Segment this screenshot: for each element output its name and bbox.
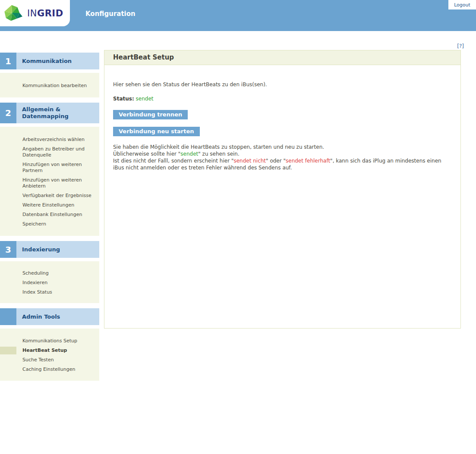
- top-header: INGRID Konfiguration Logout: [0, 0, 476, 31]
- section-links-indexierung: Scheduling Indexieren Index Status: [0, 261, 99, 303]
- intro-text: Hier sehen sie den Status der HeartBeats…: [113, 81, 452, 88]
- sidebar-item-weitere-anbieter[interactable]: Hinzufügen von weiteren Anbietern: [0, 177, 99, 189]
- restart-button[interactable]: Verbindung neu starten: [113, 127, 200, 136]
- heartbeat-panel: HeartBeat Setup Hier sehen sie den Statu…: [104, 50, 461, 329]
- help-link[interactable]: [?]: [457, 43, 464, 49]
- help-row: [?]: [0, 31, 476, 50]
- sidebar-item-kommunikation-bearbeiten[interactable]: Kommunikation bearbeiten: [0, 83, 99, 89]
- section-title-admin-tools: Admin Tools: [16, 308, 99, 325]
- sidebar-item-verfuegbarkeit[interactable]: Verfügbarkeit der Ergebnisse: [0, 193, 99, 199]
- sidebar-section-allgemein[interactable]: 2 Allgemein & Datenmapping: [0, 103, 99, 123]
- ingrid-logo-icon: [3, 2, 25, 26]
- section-number-admin: [0, 308, 16, 325]
- logo: INGRID: [0, 0, 70, 26]
- section-title-kommunikation: Kommunikation: [16, 53, 99, 69]
- status-line: Status: sendet: [113, 96, 452, 102]
- sidebar-item-suche-testen[interactable]: Suche Testen: [0, 357, 99, 363]
- description-text: Sie haben die Möglichkeit die HeartBeats…: [113, 144, 452, 171]
- section-title-allgemein: Allgemein & Datenmapping: [16, 103, 99, 123]
- logout-button[interactable]: Logout: [448, 0, 476, 9]
- panel-title: HeartBeat Setup: [104, 50, 460, 65]
- logo-text: INGRID: [27, 8, 63, 19]
- sidebar-item-scheduling[interactable]: Scheduling: [0, 270, 99, 276]
- sidebar-item-kommunikations-setup[interactable]: Kommunikations Setup: [0, 338, 99, 344]
- desc-line2-post: " zu sehen sein.: [198, 151, 239, 157]
- section-number-3: 3: [0, 241, 16, 258]
- section-number-2: 2: [0, 103, 16, 123]
- sidebar-item-weitere-einstellungen[interactable]: Weitere Einstellungen: [0, 202, 99, 208]
- sidebar-item-speichern[interactable]: Speichern: [0, 221, 99, 227]
- sidebar-item-index-status[interactable]: Index Status: [0, 289, 99, 295]
- sidebar-item-heartbeat-setup[interactable]: HeartBeat Setup: [0, 348, 99, 354]
- desc-sendet-ok: sendet: [180, 151, 198, 157]
- sidebar-section-admin-tools[interactable]: Admin Tools: [0, 308, 99, 325]
- sidebar-item-caching-einstellungen[interactable]: Caching Einstellungen: [0, 366, 99, 373]
- sidebar-item-weitere-partner[interactable]: Hinzufügen von weiteren Partnern: [0, 162, 99, 174]
- restart-row: Verbindung neu starten: [113, 127, 452, 136]
- desc-line1: Sie haben die Möglichkeit die HeartBeats…: [113, 144, 324, 150]
- sidebar: 1 Kommunikation Kommunikation bearbeiten…: [0, 53, 99, 381]
- desc-line3-mid: " oder ": [266, 158, 286, 164]
- section-number-1: 1: [0, 53, 16, 69]
- sidebar-item-indexieren[interactable]: Indexieren: [0, 280, 99, 286]
- sidebar-section-indexierung[interactable]: 3 Indexierung: [0, 241, 99, 258]
- status-label: Status:: [113, 96, 134, 102]
- status-value: sendet: [136, 96, 154, 102]
- desc-line3-pre: Ist dies nicht der Falll, sondern ersche…: [113, 158, 233, 164]
- desc-sendet-fehlerhaft: sendet fehlerhaft: [286, 158, 330, 164]
- logo-text-grid: GRID: [37, 8, 63, 19]
- sidebar-section-kommunikation[interactable]: 1 Kommunikation: [0, 53, 99, 69]
- section-links-kommunikation: Kommunikation bearbeiten: [0, 73, 99, 97]
- desc-line2-pre: Üblicherweise sollte hier ": [113, 151, 180, 157]
- sidebar-item-angaben-betreiber[interactable]: Angaben zu Betreiber und Datenquelle: [0, 146, 99, 158]
- main-content: HeartBeat Setup Hier sehen sie den Statu…: [104, 50, 461, 329]
- logo-text-in: IN: [27, 8, 37, 19]
- page-title: Konfiguration: [85, 10, 136, 18]
- sidebar-item-arbeitsverzeichnis[interactable]: Arbeitsverzeichnis wählen: [0, 137, 99, 143]
- desc-sendet-nicht: sendet nicht: [233, 158, 266, 164]
- section-links-admin-tools: Kommunikations Setup HeartBeat Setup Suc…: [0, 329, 99, 381]
- section-title-indexierung: Indexierung: [16, 241, 99, 258]
- sidebar-item-datenbank-einstellungen[interactable]: Datenbank Einstellungen: [0, 212, 99, 218]
- disconnect-button[interactable]: Verbindung trennen: [113, 110, 188, 119]
- section-links-allgemein: Arbeitsverzeichnis wählen Angaben zu Bet…: [0, 127, 99, 236]
- disconnect-row: Verbindung trennen: [113, 110, 452, 119]
- panel-body: Hier sehen sie den Status der HeartBeats…: [104, 65, 460, 328]
